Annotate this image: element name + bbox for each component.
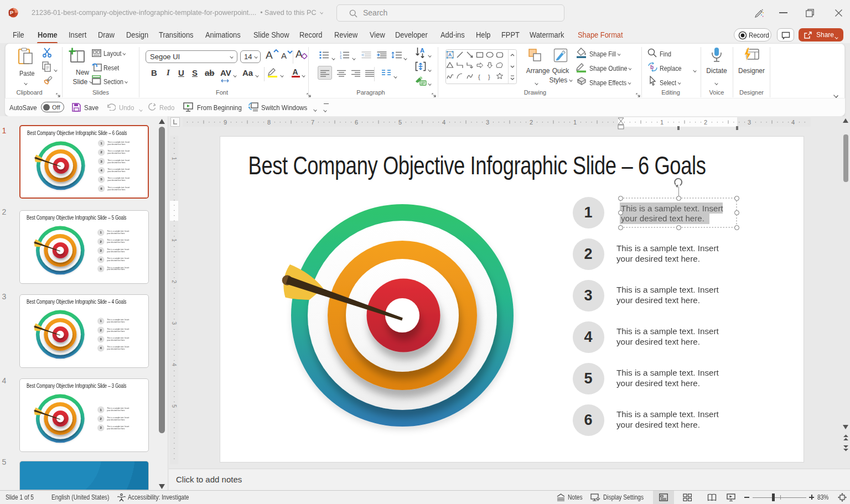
- svg-text:3: 3: [171, 321, 177, 325]
- svg-text:7: 7: [311, 119, 314, 126]
- svg-text:6: 6: [355, 119, 358, 126]
- svg-text:A: A: [293, 67, 298, 76]
- svg-text:2: 2: [530, 119, 533, 126]
- svg-text:1: 1: [171, 238, 177, 242]
- svg-text:A: A: [266, 49, 273, 60]
- svg-text:A: A: [296, 48, 303, 60]
- svg-text:1: 1: [660, 119, 664, 126]
- svg-text:3: 3: [748, 119, 751, 126]
- svg-text:A: A: [281, 51, 287, 60]
- svg-text:1: 1: [171, 157, 177, 160]
- svg-text:2: 2: [704, 119, 707, 126]
- svg-text:{: {: [478, 74, 480, 80]
- svg-text:3: 3: [486, 119, 489, 126]
- svg-text:2: 2: [171, 280, 177, 283]
- svg-text:8: 8: [267, 119, 271, 126]
- svg-text:b: b: [650, 64, 654, 70]
- svg-text:}: }: [488, 74, 490, 80]
- svg-text:1: 1: [573, 119, 577, 126]
- svg-text:5: 5: [171, 404, 177, 408]
- svg-text:4: 4: [442, 119, 445, 126]
- svg-text:5: 5: [398, 119, 402, 126]
- svg-text:9: 9: [224, 119, 227, 126]
- svg-text:4: 4: [791, 119, 795, 126]
- svg-text:4: 4: [171, 363, 177, 366]
- svg-text:A: A: [420, 47, 424, 54]
- svg-text:3: 3: [340, 57, 341, 59]
- svg-text:A: A: [448, 52, 452, 58]
- svg-text:P: P: [10, 9, 14, 15]
